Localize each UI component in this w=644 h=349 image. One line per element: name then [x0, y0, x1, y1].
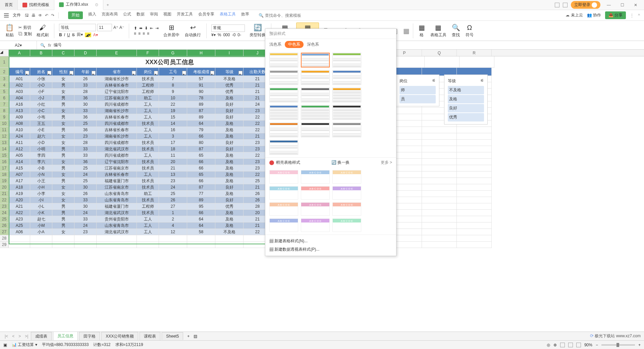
cell[interactable]: 24 — [74, 222, 97, 229]
cell[interactable]: 女 — [52, 159, 74, 165]
cell[interactable]: 技术员 — [137, 184, 159, 191]
cell[interactable]: 89 — [187, 197, 215, 203]
cell[interactable]: 李四 — [30, 152, 52, 159]
cell[interactable]: 1 — [159, 210, 187, 216]
row-header[interactable]: 7 — [0, 101, 9, 108]
cell[interactable]: 及格 — [215, 133, 244, 140]
cell[interactable] — [30, 242, 52, 248]
cell[interactable]: 工人 — [137, 114, 159, 120]
filter2-item[interactable]: 良好 — [448, 104, 484, 112]
wrap-button[interactable]: ↩自动换行 — [183, 23, 203, 38]
print-icon[interactable]: 🖶 — [32, 13, 36, 18]
cell[interactable]: 湖南省长沙市 — [97, 108, 137, 114]
cell[interactable]: 良好 — [215, 197, 244, 203]
row-header[interactable]: 8 — [0, 108, 9, 114]
cell[interactable] — [159, 242, 187, 248]
symbol-button[interactable]: Ω符号 — [464, 24, 476, 38]
cell[interactable]: 湖南省长沙市 — [97, 133, 137, 140]
cell[interactable]: 20 — [159, 159, 187, 165]
tab-add[interactable]: + — [103, 3, 112, 7]
sheet-tab[interactable]: XXX公司销售额 — [101, 332, 138, 341]
cell[interactable]: 65 — [187, 152, 215, 159]
dec-dec-icon[interactable]: 0◦ — [237, 33, 241, 37]
cell[interactable]: 良好 — [215, 114, 244, 120]
row-header[interactable]: 13 — [0, 140, 9, 146]
cell[interactable]: 30 — [74, 203, 97, 210]
cell[interactable]: 工人 — [137, 108, 159, 114]
row-header[interactable]: 24 — [0, 210, 9, 216]
tab-dark[interactable]: 深色系 — [307, 42, 319, 47]
cell[interactable]: 良好 — [215, 101, 244, 108]
cell[interactable]: A09 — [9, 114, 30, 120]
formula-text[interactable]: 编号 — [54, 42, 62, 48]
row-header[interactable]: 18 — [0, 171, 9, 178]
cell[interactable]: 助工 — [137, 191, 159, 197]
dec-inc-icon[interactable]: ◦0 — [232, 33, 235, 37]
tab-workbook[interactable]: 工作簿3.xlsx⊙ — [54, 0, 103, 10]
style-swatch[interactable] — [269, 140, 298, 155]
cell[interactable]: 女 — [52, 140, 74, 146]
cell[interactable]: 89 — [187, 101, 215, 108]
cell[interactable]: 90 — [187, 89, 215, 95]
cell[interactable]: 吉林省长春市 — [97, 171, 137, 178]
cell[interactable]: A17 — [9, 178, 30, 184]
cell[interactable]: 良好 — [215, 140, 244, 146]
cell[interactable]: 36 — [74, 127, 97, 133]
align-right-icon[interactable]: ≡ — [143, 31, 145, 36]
collapse-icon[interactable]: ^ — [638, 13, 640, 18]
tab-efficiency[interactable]: 效率 — [241, 11, 249, 19]
search-fx-icon[interactable]: 🔍 — [40, 43, 45, 48]
cell[interactable] — [215, 242, 244, 248]
cell[interactable] — [74, 235, 97, 242]
cell[interactable]: 良好 — [215, 108, 244, 114]
cell[interactable] — [422, 178, 457, 184]
cell[interactable]: 64 — [187, 216, 215, 222]
cell[interactable]: A08 — [9, 120, 30, 127]
cell[interactable]: 及格 — [215, 171, 244, 178]
number-format-select[interactable] — [211, 24, 245, 32]
cell[interactable] — [422, 171, 457, 178]
cell[interactable]: 小M — [30, 222, 52, 229]
cell[interactable]: 66 — [187, 210, 215, 216]
app-icon-2[interactable] — [563, 3, 568, 7]
cell[interactable]: A22 — [9, 210, 30, 216]
filter-dropdown[interactable] — [210, 71, 214, 75]
cell[interactable]: 工程师 — [137, 82, 159, 89]
row-header[interactable]: 1 — [0, 56, 9, 68]
indent-inc-icon[interactable]: ⇥ — [155, 26, 159, 31]
align-center-icon[interactable]: ≡ — [138, 31, 141, 36]
cell[interactable]: 小L — [30, 203, 52, 210]
font-select[interactable] — [59, 24, 96, 31]
row-header[interactable]: 16 — [0, 159, 9, 165]
cell[interactable]: 女 — [52, 184, 74, 191]
cell[interactable] — [457, 127, 492, 133]
cell[interactable]: 64 — [187, 120, 215, 127]
tab-view[interactable]: 视图 — [163, 11, 171, 19]
search-box[interactable]: 🔍 — [259, 13, 332, 18]
cell[interactable]: 技术员 — [137, 146, 159, 152]
cell[interactable]: 91 — [187, 82, 215, 89]
dao-swatch[interactable]: A B C D E — [301, 170, 330, 184]
cell[interactable]: 工人 — [137, 127, 159, 133]
style-swatch[interactable] — [301, 105, 330, 120]
cell[interactable]: 33 — [74, 108, 97, 114]
filter-dropdown[interactable] — [69, 71, 73, 75]
cell[interactable]: 技术员 — [137, 197, 159, 203]
filter-dropdown[interactable] — [238, 71, 243, 75]
cell[interactable]: 辽宁省沈阳市 — [97, 89, 137, 95]
cell[interactable]: A11 — [9, 140, 30, 146]
cell[interactable]: 性别 — [52, 68, 74, 76]
tab-dev[interactable]: 开发工具 — [177, 11, 193, 19]
more-icon[interactable]: ⋮ — [630, 13, 634, 18]
cell[interactable]: 工人 — [137, 101, 159, 108]
row-header[interactable]: 5 — [0, 89, 9, 95]
cell[interactable]: 及格 — [215, 191, 244, 197]
cell[interactable] — [422, 159, 457, 165]
filter-panel-grade[interactable]: 等级⚟ 不及格 及格 良好 优秀 — [444, 74, 488, 124]
cell[interactable]: 湖南省长沙市 — [97, 76, 137, 82]
indent-dec-icon[interactable]: ⇤ — [150, 26, 153, 31]
nav-prev[interactable]: < — [11, 334, 16, 339]
cell[interactable]: 小李 — [30, 191, 52, 197]
cell[interactable] — [30, 235, 52, 242]
cell[interactable]: 36 — [74, 114, 97, 120]
